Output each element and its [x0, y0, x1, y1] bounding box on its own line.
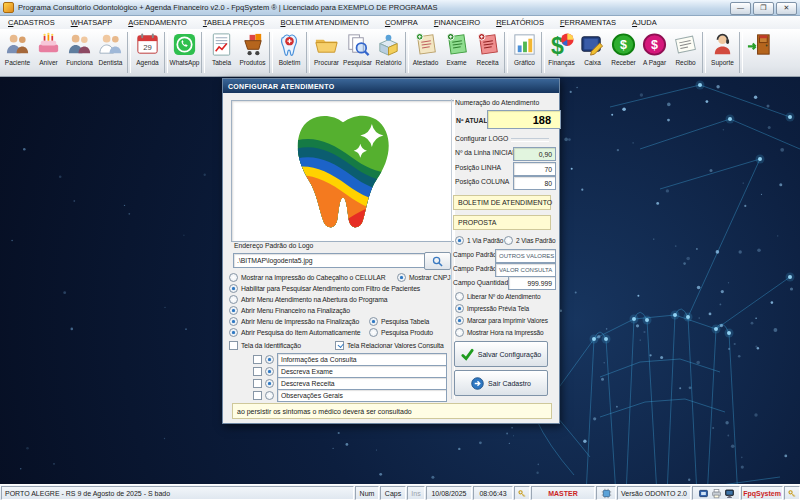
toolbar-button-relatorio[interactable]: Relatório	[373, 29, 404, 76]
option-label[interactable]: Habilitar para Pesquisar Atendimento com…	[241, 285, 420, 292]
toolbar-button-atestado[interactable]: Atestado	[410, 29, 441, 76]
checkbox-unchecked[interactable]	[253, 367, 262, 376]
menu-cadastros[interactable]: CADASTROS	[0, 17, 63, 28]
option-label[interactable]: Marcar para Imprimir Valores	[467, 317, 548, 324]
radio-unchecked[interactable]	[455, 328, 464, 337]
toolbar-button-funciona[interactable]: Funciona	[64, 29, 95, 76]
toolbar-button-label: Boletim	[279, 59, 301, 66]
checkbox-unchecked[interactable]	[253, 355, 262, 364]
option-label[interactable]: 2 Vias Padrão	[516, 237, 555, 244]
option-label[interactable]: Abrir Menu Atendimento na Abertura do Pr…	[241, 296, 388, 303]
menu-ajuda[interactable]: AJUDA	[624, 17, 665, 28]
toolbar-button-boletim[interactable]: Boletim	[274, 29, 305, 76]
option-label[interactable]: Tela Relacionar Valores Consulta	[347, 342, 444, 349]
menu-relatorios[interactable]: RELATÓRIOS	[488, 17, 552, 28]
exit-button[interactable]: Sair Cadastro	[454, 370, 548, 396]
toolbar-button-tabela[interactable]: Tabela	[206, 29, 237, 76]
menu-compra[interactable]: COMPRA	[377, 17, 426, 28]
menu-agendamento[interactable]: AGENDAMENTO	[120, 17, 195, 28]
checkbox-unchecked[interactable]	[229, 341, 238, 350]
toolbar-button-whatsapp[interactable]: WhatsApp	[169, 29, 200, 76]
toolbar-button-procurar[interactable]: Procurar	[311, 29, 342, 76]
status-num: Num	[355, 486, 379, 500]
toolbar-button-agenda[interactable]: 29Agenda	[132, 29, 163, 76]
radio-checked[interactable]	[455, 316, 464, 325]
option-label[interactable]: Impressão Prévia Tela	[467, 305, 529, 312]
toolbar-button-dentista[interactable]: Dentista	[95, 29, 126, 76]
toolbar-button-paciente[interactable]: Paciente	[2, 29, 33, 76]
logo-path-input[interactable]: .\BITMAP\logodenta5.jpg	[233, 253, 425, 268]
option-label[interactable]: Abrir Pesquisa do Item Automaticamente	[241, 329, 360, 336]
radio-checked[interactable]	[229, 306, 238, 315]
current-number-field[interactable]: 188	[487, 110, 561, 129]
restore-button[interactable]: ❐	[753, 2, 774, 15]
current-number-label: Nº ATUAL	[456, 117, 488, 124]
quantity-field[interactable]: 999.999	[508, 276, 556, 290]
radio-checked[interactable]	[265, 355, 274, 364]
toolbar-button-exame[interactable]: Exame	[441, 29, 472, 76]
radio-checked[interactable]	[229, 328, 238, 337]
radio-checked[interactable]	[455, 304, 464, 313]
radio-unchecked[interactable]	[504, 236, 513, 245]
radio-unchecked[interactable]	[455, 292, 464, 301]
text-row-field[interactable]: Observações Gerais	[277, 389, 447, 402]
toolbar-button-receita[interactable]: Receita	[472, 29, 503, 76]
radio-checked[interactable]	[397, 273, 406, 282]
option-label[interactable]: Pesquisa Produto	[381, 329, 433, 336]
radio-checked[interactable]	[229, 317, 238, 326]
logo-row-label: Nº da Linha INICIAL	[455, 149, 516, 156]
status-fpqsystem: FpqSystem	[741, 486, 783, 500]
toolbar-button-label: Recibo	[675, 59, 695, 66]
radio-unchecked[interactable]	[229, 273, 238, 282]
option-label[interactable]: Abrir Menu de Impressão na Finalização	[241, 318, 359, 325]
radio-unchecked[interactable]	[369, 328, 378, 337]
toolbar-button-grafico[interactable]: Gráfico	[509, 29, 540, 76]
option-habilitar-para-pesquisar-atendimento-com-filtro-de-pacientes: Habilitar para Pesquisar Atendimento com…	[229, 283, 420, 293]
toolbar-button-pesquisar[interactable]: Pesquisar	[342, 29, 373, 76]
option-label[interactable]: Mostrar Hora na Impressão	[467, 329, 544, 336]
radio-checked[interactable]	[265, 367, 274, 376]
checkbox-unchecked[interactable]	[253, 391, 262, 400]
radio-checked[interactable]	[229, 284, 238, 293]
option-label[interactable]: Pesquisa Tabela	[381, 318, 429, 325]
toolbar-button-financas[interactable]: $Finanças	[546, 29, 577, 76]
campo-field-2[interactable]: VALOR CONSULTA	[495, 263, 556, 277]
menu-ferramentas[interactable]: FERRAMENTAS	[552, 17, 624, 28]
checkbox-unchecked[interactable]	[253, 379, 262, 388]
browse-logo-button[interactable]	[424, 252, 451, 270]
logo-row-field-posicao-coluna[interactable]: 80	[513, 176, 556, 190]
toolbar-button-aniver[interactable]: Aniver	[33, 29, 64, 76]
radio-checked[interactable]	[455, 236, 464, 245]
radio-checked[interactable]	[265, 379, 274, 388]
option-label[interactable]: Abrir Menu Financeiro na Finalização	[241, 307, 350, 314]
menu-boletim-atendimento[interactable]: BOLETIM ATENDIMENTO	[272, 17, 377, 28]
radio-checked[interactable]	[369, 317, 378, 326]
option-label[interactable]: Mostrar CNPJ	[409, 274, 450, 281]
toolbar-button-receber[interactable]: $Receber	[608, 29, 639, 76]
logo-row-field-n-da-linha-inicial[interactable]: 0,90	[513, 147, 556, 161]
toolbar-separator	[306, 32, 310, 73]
save-config-button[interactable]: Salvar Configuração	[454, 341, 548, 367]
status-08-06-43: 08:06:43	[473, 486, 513, 500]
close-button[interactable]: ✕	[776, 2, 797, 15]
option-label[interactable]: Mostrar na Impressão do Cabeçalho o CELU…	[241, 274, 386, 281]
checkbox-checked[interactable]	[335, 341, 344, 350]
campo-field-1[interactable]: OUTROS VALORES	[495, 249, 556, 263]
option-label[interactable]: Tela da Identificação	[241, 342, 301, 349]
option-label[interactable]: Liberar Nº do Atendimento	[467, 293, 541, 300]
radio-unchecked[interactable]	[229, 295, 238, 304]
menu-whatsapp[interactable]: WHATSAPP	[63, 17, 121, 28]
toolbar-button-produtos[interactable]: Produtos	[237, 29, 268, 76]
dialog-titlebar[interactable]: CONFIGURAR ATENDIMENTO	[223, 79, 559, 93]
option-label[interactable]: 1 Via Padrão	[467, 237, 503, 244]
toolbar-button-caixa[interactable]: Caixa	[577, 29, 608, 76]
toolbar-button-recibo[interactable]: Recibo	[670, 29, 701, 76]
toolbar-button-suporte[interactable]: Suporte	[707, 29, 738, 76]
logo-row-field-posicao-linha[interactable]: 70	[513, 162, 556, 176]
toolbar-button-a-pagar[interactable]: $A Pagar	[639, 29, 670, 76]
toolbar-button-item[interactable]	[744, 29, 775, 76]
radio-unchecked[interactable]	[265, 391, 274, 400]
menu-financeiro[interactable]: FINANCEIRO	[426, 17, 488, 28]
minimize-button[interactable]: —	[730, 2, 751, 15]
menu-tabela-precos[interactable]: TABELA PREÇOS	[195, 17, 273, 28]
